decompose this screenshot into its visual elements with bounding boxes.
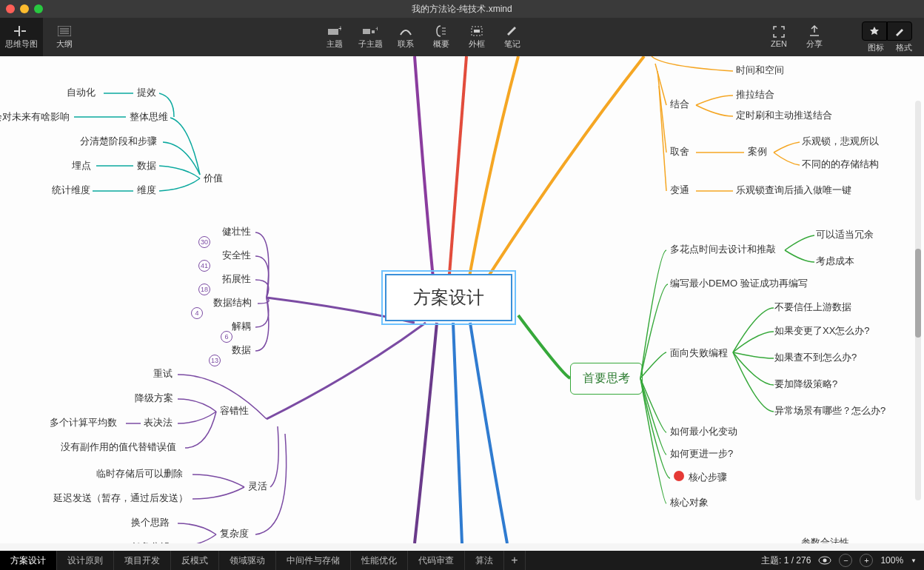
share-button[interactable]: 分享 xyxy=(797,18,832,56)
mindmap-node[interactable]: 埋点 xyxy=(72,159,91,172)
topic-count-badge[interactable]: 6 xyxy=(221,331,232,343)
mindmap-node[interactable]: 没有副作用的值代替错误值 xyxy=(61,440,176,454)
topic-count-badge[interactable]: 41 xyxy=(198,260,210,272)
mindmap-node[interactable]: 乐观锁，悲观所以 xyxy=(802,135,879,148)
eye-icon[interactable] xyxy=(818,556,831,565)
mindmap-node[interactable]: 统计维度 xyxy=(52,184,90,197)
mindmap-node[interactable]: 核心对象 xyxy=(670,496,709,509)
mindmap-node[interactable]: 数据 xyxy=(232,343,251,357)
mindmap-node[interactable]: 如何最小化变动 xyxy=(670,425,737,438)
sheet-tab[interactable]: 性能优化 xyxy=(351,551,408,570)
sheet-tab[interactable]: 方案设计 xyxy=(0,551,57,570)
central-topic[interactable]: 方案设计 xyxy=(385,274,512,321)
sheet-tab[interactable]: 设计原则 xyxy=(57,551,114,570)
topic-count-badge[interactable]: 13 xyxy=(209,355,221,366)
mindmap-node[interactable]: 考虑成本 xyxy=(816,255,854,268)
mindmap-node[interactable]: 面向失败编程 xyxy=(670,346,728,360)
mindmap-canvas[interactable]: 方案设计 首要思考 自动化提效会对未来有啥影响整体思维分清楚阶段和步骤埋点数据统… xyxy=(0,56,924,543)
mindmap-node[interactable]: 不要信任上游数据 xyxy=(774,301,851,314)
view-outline-button[interactable]: 大纲 xyxy=(43,18,86,56)
sheet-tab[interactable]: 项目开发 xyxy=(114,551,171,570)
mindmap-node[interactable]: 如果变更了XX怎么办? xyxy=(774,324,870,338)
mindmap-node[interactable]: 多个计算平均数 xyxy=(50,416,117,429)
maximize-icon[interactable] xyxy=(34,4,43,13)
sheet-tabs-bar: 方案设计设计原则项目开发反模式领域驱动中间件与存储性能优化代码审查算法 + 主题… xyxy=(0,551,924,570)
mindmap-node[interactable]: 容错性 xyxy=(220,404,249,418)
mindmap-node[interactable]: 取舍 xyxy=(670,145,689,158)
mindmap-node[interactable]: 重试 xyxy=(153,367,173,380)
mindmap-node[interactable]: 提效 xyxy=(137,86,156,99)
topic-count-badge[interactable]: 30 xyxy=(198,236,210,248)
mindmap-node[interactable]: 多花点时间去设计和推敲 xyxy=(670,243,776,256)
sheet-tab[interactable]: 领域驱动 xyxy=(219,551,276,570)
relation-button[interactable]: 联系 xyxy=(388,18,424,56)
mindmap-node[interactable]: 如果查不到怎么办? xyxy=(774,351,857,364)
boundary-button[interactable]: 外框 xyxy=(459,18,495,56)
mindmap-node[interactable]: 乐观锁查询后插入做唯一键 xyxy=(736,184,851,197)
view-mindmap-button[interactable]: 思维导图 xyxy=(0,18,43,56)
sheet-tab[interactable]: 中间件与存储 xyxy=(276,551,351,570)
mindmap-node[interactable]: 时间和空间 xyxy=(736,64,784,77)
mindmap-node[interactable]: 会对未来有啥影响 xyxy=(0,110,70,124)
mindmap-node[interactable]: 不同的的存储结构 xyxy=(802,158,879,171)
mindmap-node[interactable]: 分清楚阶段和步骤 xyxy=(80,135,157,148)
mindmap-node[interactable]: 推拉结合 xyxy=(736,88,774,101)
topic-icon: + xyxy=(327,25,342,37)
mindmap-node[interactable]: 降级方案 xyxy=(135,392,173,405)
zoom-level[interactable]: 100% xyxy=(880,555,903,566)
mindmap-node[interactable]: 整体思维 xyxy=(130,110,168,124)
mindmap-node[interactable]: 数据结构 xyxy=(213,296,252,309)
format-label: 格式 xyxy=(896,42,912,53)
primary-topic-first-think[interactable]: 首要思考 xyxy=(570,363,643,395)
topic-button[interactable]: + 主题 xyxy=(317,18,352,56)
svg-text:+: + xyxy=(338,26,341,33)
mindmap-node[interactable]: 数据 xyxy=(137,159,156,172)
window-controls xyxy=(6,4,43,13)
mindmap-node[interactable]: 换个思路 xyxy=(131,516,170,529)
mindmap-node[interactable]: 解耦 xyxy=(232,320,251,333)
mindmap-node[interactable]: 可以适当冗余 xyxy=(816,228,874,241)
mindmap-node[interactable]: 复杂度 xyxy=(220,527,249,540)
sheet-tab[interactable]: 代码审查 xyxy=(408,551,465,570)
mindmap-node[interactable]: 健壮性 xyxy=(222,225,251,238)
mindmap-node[interactable]: 表决法 xyxy=(144,416,173,429)
mindmap-node[interactable]: 异常场景有哪些？怎么办? xyxy=(774,404,886,418)
mindmap-node[interactable]: 结合 xyxy=(670,98,689,111)
mindmap-node[interactable]: 延迟发送（暂存，通过后发送） xyxy=(53,492,188,505)
zoom-dropdown-icon[interactable]: ▼ xyxy=(911,557,917,564)
close-icon[interactable] xyxy=(6,4,15,13)
mindmap-node[interactable]: 价值 xyxy=(204,172,223,185)
subtopic-button[interactable]: + 子主题 xyxy=(352,18,388,56)
svg-rect-0 xyxy=(14,30,19,32)
icons-panel-button[interactable] xyxy=(862,21,887,41)
summary-button[interactable]: 概要 xyxy=(424,18,459,56)
mindmap-node[interactable]: 任务分解 xyxy=(131,540,170,543)
mindmap-node[interactable]: 变通 xyxy=(670,184,689,197)
mindmap-node[interactable]: 要加降级策略? xyxy=(774,378,837,391)
mindmap-node[interactable]: 拓展性 xyxy=(222,272,251,286)
format-panel-button[interactable] xyxy=(887,21,912,41)
outline-icon xyxy=(57,25,72,37)
sheet-tab[interactable]: 算法 xyxy=(465,551,504,570)
sheet-tab[interactable]: 反模式 xyxy=(171,551,219,570)
mindmap-node[interactable]: 维度 xyxy=(137,184,156,197)
mindmap-node[interactable]: 定时刷和主动推送结合 xyxy=(736,109,832,122)
mindmap-node[interactable]: 案例 xyxy=(748,145,767,158)
topic-count-badge[interactable]: 4 xyxy=(191,307,203,319)
mindmap-node[interactable]: 安全性 xyxy=(222,249,251,262)
zen-button[interactable]: ZEN xyxy=(761,18,797,56)
add-sheet-button[interactable]: + xyxy=(504,551,526,570)
mindmap-node[interactable]: 临时存储后可以删除 xyxy=(96,467,183,480)
zoom-in-button[interactable]: + xyxy=(860,554,873,567)
topic-count-badge[interactable]: 18 xyxy=(198,284,210,295)
mindmap-node[interactable]: 如何更进一步? xyxy=(670,447,733,460)
mindmap-node[interactable]: 核心步骤 xyxy=(689,471,727,484)
minimize-icon[interactable] xyxy=(20,4,29,13)
mindmap-node[interactable]: 编写最小DEMO 验证成功再编写 xyxy=(670,277,808,290)
note-button[interactable]: 笔记 xyxy=(495,18,530,56)
mindmap-node[interactable]: 自动化 xyxy=(67,86,96,99)
zoom-out-button[interactable]: − xyxy=(839,554,852,567)
mindmap-node[interactable]: 参数合法性 xyxy=(801,536,849,543)
mindmap-node[interactable]: 灵活 xyxy=(248,480,267,493)
scrollbar-thumb[interactable] xyxy=(915,249,921,338)
